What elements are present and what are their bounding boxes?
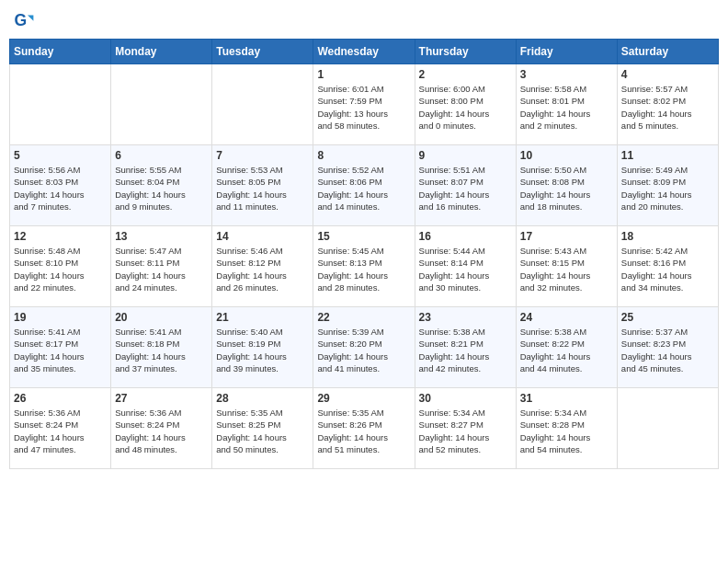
day-content: Sunrise: 5:52 AM Sunset: 8:06 PM Dayligh… — [317, 164, 410, 213]
day-content: Sunrise: 5:36 AM Sunset: 8:24 PM Dayligh… — [14, 407, 107, 455]
day-content: Sunrise: 5:39 AM Sunset: 8:20 PM Dayligh… — [317, 326, 410, 374]
day-content: Sunrise: 5:35 AM Sunset: 8:25 PM Dayligh… — [216, 407, 309, 455]
calendar-cell: 25Sunrise: 5:37 AM Sunset: 8:23 PM Dayli… — [617, 307, 718, 388]
weekday-header-wednesday: Wednesday — [313, 40, 415, 64]
day-number: 5 — [14, 149, 107, 162]
day-number: 24 — [520, 311, 613, 324]
day-number: 25 — [621, 311, 714, 324]
day-number: 23 — [419, 311, 512, 324]
day-number: 11 — [621, 149, 714, 162]
calendar-cell — [10, 64, 111, 145]
day-content: Sunrise: 5:37 AM Sunset: 8:23 PM Dayligh… — [621, 326, 714, 374]
week-row-1: 1Sunrise: 6:01 AM Sunset: 7:59 PM Daylig… — [10, 64, 719, 145]
day-content: Sunrise: 5:35 AM Sunset: 8:26 PM Dayligh… — [317, 407, 410, 455]
calendar-cell: 15Sunrise: 5:45 AM Sunset: 8:13 PM Dayli… — [313, 226, 415, 307]
day-content: Sunrise: 5:51 AM Sunset: 8:07 PM Dayligh… — [419, 164, 512, 213]
weekday-header-row: SundayMondayTuesdayWednesdayThursdayFrid… — [10, 40, 719, 64]
day-number: 1 — [317, 68, 410, 81]
day-content: Sunrise: 5:58 AM Sunset: 8:01 PM Dayligh… — [520, 83, 613, 132]
calendar-cell — [111, 64, 212, 145]
calendar-cell: 1Sunrise: 6:01 AM Sunset: 7:59 PM Daylig… — [313, 64, 415, 145]
day-number: 10 — [520, 149, 613, 162]
calendar-cell: 6Sunrise: 5:55 AM Sunset: 8:04 PM Daylig… — [111, 145, 212, 226]
day-number: 26 — [14, 392, 107, 405]
calendar-cell: 22Sunrise: 5:39 AM Sunset: 8:20 PM Dayli… — [313, 307, 415, 388]
day-content: Sunrise: 5:34 AM Sunset: 8:28 PM Dayligh… — [520, 407, 613, 455]
day-content: Sunrise: 5:34 AM Sunset: 8:27 PM Dayligh… — [419, 407, 512, 455]
weekday-header-sunday: Sunday — [10, 40, 111, 64]
week-row-5: 26Sunrise: 5:36 AM Sunset: 8:24 PM Dayli… — [10, 388, 719, 469]
day-content: Sunrise: 5:38 AM Sunset: 8:21 PM Dayligh… — [419, 326, 512, 374]
weekday-header-saturday: Saturday — [617, 40, 718, 64]
calendar-cell: 4Sunrise: 5:57 AM Sunset: 8:02 PM Daylig… — [617, 64, 718, 145]
day-content: Sunrise: 5:41 AM Sunset: 8:17 PM Dayligh… — [14, 326, 107, 374]
day-number: 30 — [419, 392, 512, 405]
week-row-2: 5Sunrise: 5:56 AM Sunset: 8:03 PM Daylig… — [10, 145, 719, 226]
day-content: Sunrise: 5:56 AM Sunset: 8:03 PM Dayligh… — [14, 164, 107, 213]
day-number: 9 — [419, 149, 512, 162]
day-number: 28 — [216, 392, 309, 405]
calendar-cell: 13Sunrise: 5:47 AM Sunset: 8:11 PM Dayli… — [111, 226, 212, 307]
day-number: 31 — [520, 392, 613, 405]
logo: G — [13, 9, 37, 31]
calendar-cell: 26Sunrise: 5:36 AM Sunset: 8:24 PM Dayli… — [10, 388, 111, 469]
day-number: 16 — [419, 230, 512, 243]
weekday-header-tuesday: Tuesday — [212, 40, 313, 64]
day-content: Sunrise: 5:40 AM Sunset: 8:19 PM Dayligh… — [216, 326, 309, 374]
calendar-cell: 18Sunrise: 5:42 AM Sunset: 8:16 PM Dayli… — [617, 226, 718, 307]
day-content: Sunrise: 5:36 AM Sunset: 8:24 PM Dayligh… — [115, 407, 208, 455]
calendar-cell: 12Sunrise: 5:48 AM Sunset: 8:10 PM Dayli… — [10, 226, 111, 307]
day-content: Sunrise: 5:53 AM Sunset: 8:05 PM Dayligh… — [216, 164, 309, 213]
day-content: Sunrise: 5:47 AM Sunset: 8:11 PM Dayligh… — [115, 245, 208, 293]
weekday-header-monday: Monday — [111, 40, 212, 64]
calendar-cell: 19Sunrise: 5:41 AM Sunset: 8:17 PM Dayli… — [10, 307, 111, 388]
calendar-cell: 20Sunrise: 5:41 AM Sunset: 8:18 PM Dayli… — [111, 307, 212, 388]
calendar-cell: 30Sunrise: 5:34 AM Sunset: 8:27 PM Dayli… — [415, 388, 516, 469]
day-number: 22 — [317, 311, 410, 324]
day-number: 19 — [14, 311, 107, 324]
calendar-cell: 16Sunrise: 5:44 AM Sunset: 8:14 PM Dayli… — [415, 226, 516, 307]
weekday-header-friday: Friday — [516, 40, 617, 64]
day-number: 21 — [216, 311, 309, 324]
day-number: 17 — [520, 230, 613, 243]
calendar-body: 1Sunrise: 6:01 AM Sunset: 7:59 PM Daylig… — [10, 64, 719, 469]
day-content: Sunrise: 5:49 AM Sunset: 8:09 PM Dayligh… — [621, 164, 714, 213]
day-content: Sunrise: 5:57 AM Sunset: 8:02 PM Dayligh… — [621, 83, 714, 132]
calendar-cell: 21Sunrise: 5:40 AM Sunset: 8:19 PM Dayli… — [212, 307, 313, 388]
calendar-cell: 14Sunrise: 5:46 AM Sunset: 8:12 PM Dayli… — [212, 226, 313, 307]
calendar-cell: 5Sunrise: 5:56 AM Sunset: 8:03 PM Daylig… — [10, 145, 111, 226]
calendar-cell: 7Sunrise: 5:53 AM Sunset: 8:05 PM Daylig… — [212, 145, 313, 226]
calendar-table: SundayMondayTuesdayWednesdayThursdayFrid… — [9, 39, 719, 469]
day-number: 7 — [216, 149, 309, 162]
calendar-cell: 27Sunrise: 5:36 AM Sunset: 8:24 PM Dayli… — [111, 388, 212, 469]
day-content: Sunrise: 5:38 AM Sunset: 8:22 PM Dayligh… — [520, 326, 613, 374]
day-content: Sunrise: 5:43 AM Sunset: 8:15 PM Dayligh… — [520, 245, 613, 293]
calendar-cell: 11Sunrise: 5:49 AM Sunset: 8:09 PM Dayli… — [617, 145, 718, 226]
calendar-cell: 28Sunrise: 5:35 AM Sunset: 8:25 PM Dayli… — [212, 388, 313, 469]
svg-text:G: G — [15, 11, 28, 29]
day-number: 12 — [14, 230, 107, 243]
day-content: Sunrise: 5:46 AM Sunset: 8:12 PM Dayligh… — [216, 245, 309, 293]
day-number: 27 — [115, 392, 208, 405]
day-number: 20 — [115, 311, 208, 324]
calendar-cell — [212, 64, 313, 145]
day-number: 3 — [520, 68, 613, 81]
weekday-header-thursday: Thursday — [415, 40, 516, 64]
day-content: Sunrise: 6:00 AM Sunset: 8:00 PM Dayligh… — [419, 83, 512, 132]
day-number: 4 — [621, 68, 714, 81]
day-number: 18 — [621, 230, 714, 243]
calendar-cell: 10Sunrise: 5:50 AM Sunset: 8:08 PM Dayli… — [516, 145, 617, 226]
svg-marker-1 — [28, 15, 33, 20]
day-content: Sunrise: 5:44 AM Sunset: 8:14 PM Dayligh… — [419, 245, 512, 293]
day-content: Sunrise: 5:55 AM Sunset: 8:04 PM Dayligh… — [115, 164, 208, 213]
day-content: Sunrise: 5:42 AM Sunset: 8:16 PM Dayligh… — [621, 245, 714, 293]
day-content: Sunrise: 5:50 AM Sunset: 8:08 PM Dayligh… — [520, 164, 613, 213]
logo-icon: G — [13, 9, 35, 31]
day-number: 6 — [115, 149, 208, 162]
calendar-cell — [617, 388, 718, 469]
calendar-cell: 2Sunrise: 6:00 AM Sunset: 8:00 PM Daylig… — [415, 64, 516, 145]
calendar-cell: 24Sunrise: 5:38 AM Sunset: 8:22 PM Dayli… — [516, 307, 617, 388]
calendar-cell: 9Sunrise: 5:51 AM Sunset: 8:07 PM Daylig… — [415, 145, 516, 226]
day-number: 15 — [317, 230, 410, 243]
day-content: Sunrise: 5:48 AM Sunset: 8:10 PM Dayligh… — [14, 245, 107, 293]
